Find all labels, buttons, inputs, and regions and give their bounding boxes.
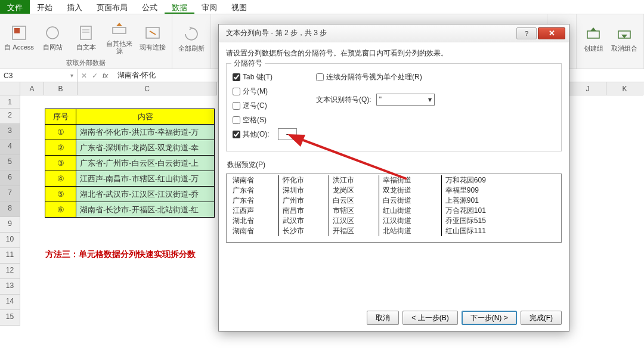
name-box[interactable]: C3 ▾ <box>0 69 78 82</box>
group-button[interactable]: 创建组 <box>580 24 606 52</box>
cancel-icon[interactable]: ✕ <box>81 72 87 80</box>
existing-conn-button[interactable]: 现有连接 <box>137 23 168 51</box>
text-qualifier-combo[interactable]: " ▾ <box>376 94 435 106</box>
row-3[interactable]: 3 <box>0 124 20 140</box>
cell[interactable]: 江西声-南昌市-市辖区-红山街道-万 <box>76 171 215 187</box>
other-delimiter-input[interactable] <box>278 128 297 140</box>
tab-view[interactable]: 视图 <box>224 0 254 14</box>
row-6[interactable]: 6 <box>0 171 20 186</box>
access-icon <box>10 23 29 42</box>
preview-cell: 北站街道 <box>379 226 442 236</box>
cell-seq[interactable]: ⑥ <box>45 202 76 218</box>
from-access-button[interactable]: 自 Access <box>4 23 35 51</box>
preview-cell: 江西声 <box>229 206 278 216</box>
comma-checkbox[interactable]: 逗号(C) <box>233 98 312 113</box>
ribbon-group-label: 获取外部数据 <box>66 58 106 67</box>
row-12[interactable]: 12 <box>0 264 20 279</box>
preview-label: 数据预览(P) <box>227 160 561 170</box>
cell[interactable]: 湖南省-长沙市-开福区-北站街道-红 <box>76 202 215 218</box>
semicolon-checkbox[interactable]: 分号(M) <box>233 84 312 98</box>
tab-insert[interactable]: 插入 <box>60 0 89 14</box>
preview-cell: 开福区 <box>329 226 379 236</box>
tab-formula[interactable]: 公式 <box>135 0 165 14</box>
enter-icon[interactable]: ✓ <box>92 72 98 80</box>
preview-pane[interactable]: 湖南省怀化市洪江市幸福街道万和花园609广东省深圳市龙岗区双龙街道幸福里909广… <box>226 174 562 243</box>
chevron-down-icon: ▾ <box>428 95 432 104</box>
row-10[interactable]: 10 <box>0 233 20 248</box>
cell-seq[interactable]: ④ <box>45 171 76 187</box>
preview-cell: 怀化市 <box>278 175 329 185</box>
cell[interactable]: 湖北省-武汉市-江汉区-江汉街道-乔 <box>76 187 215 202</box>
row-9[interactable]: 9 <box>0 217 20 233</box>
cell-seq[interactable]: ① <box>45 125 76 140</box>
next-button[interactable]: 下一步(N) > <box>462 311 517 325</box>
cell-seq[interactable]: ③ <box>45 156 76 171</box>
header-content[interactable]: 内容 <box>76 109 215 125</box>
row-1[interactable]: 1 <box>0 95 20 109</box>
preview-cell: 江汉区 <box>329 216 379 226</box>
cell[interactable]: 广东省-广州市-白云区-白云街道-上 <box>76 156 215 171</box>
row-13[interactable]: 13 <box>0 279 20 295</box>
preview-cell: 南昌市 <box>278 206 329 216</box>
cell-seq[interactable]: ⑤ <box>45 187 76 202</box>
preview-cell: 深圳市 <box>278 185 329 196</box>
formula-input[interactable]: 湖南省-怀化 <box>112 70 156 80</box>
dialog-title: 文本分列向导 - 第 2 步，共 3 步 <box>222 28 515 38</box>
finish-button[interactable]: 完成(F) <box>521 311 562 325</box>
preview-cell: 湖南省 <box>229 175 278 185</box>
cell[interactable]: 湖南省-怀化市-洪江市-幸福街道-万 <box>76 125 215 140</box>
row-7[interactable]: 7 <box>0 186 20 202</box>
tab-file[interactable]: 文件 <box>0 0 30 14</box>
refresh-all-button[interactable]: 全部刷新 <box>176 24 207 52</box>
tab-home[interactable]: 开始 <box>30 0 60 14</box>
col-K[interactable]: K <box>606 82 643 95</box>
tab-review[interactable]: 审阅 <box>194 0 224 14</box>
svg-rect-6 <box>113 27 126 33</box>
row-8[interactable]: 8 <box>0 202 20 217</box>
tab-checkbox[interactable]: Tab 键(T) <box>233 70 312 84</box>
svg-rect-3 <box>80 26 91 39</box>
from-text-button[interactable]: 自文本 <box>70 23 101 51</box>
cell[interactable]: 广东省-深圳市-龙岗区-双龙街道-幸 <box>76 140 215 156</box>
row-15[interactable]: 15 <box>0 310 20 326</box>
name-box-value: C3 <box>4 72 13 80</box>
preview-cell: 湖南省 <box>229 226 278 236</box>
select-all-corner[interactable] <box>0 82 20 95</box>
preview-cell: 白云区 <box>329 196 379 206</box>
data-table: 序号 内容 ①湖南省-怀化市-洪江市-幸福街道-万 ②广东省-深圳市-龙岗区-双… <box>45 109 215 218</box>
preview-cell: 江汉街道 <box>379 216 442 226</box>
header-seq[interactable]: 序号 <box>45 109 76 125</box>
fx-icon[interactable]: fx <box>103 72 108 80</box>
preview-cell: 乔亚国际515 <box>441 216 559 226</box>
other-checkbox[interactable]: 其他(O): <box>233 127 312 141</box>
space-checkbox[interactable]: 空格(S) <box>233 113 312 127</box>
cancel-button[interactable]: 取消 <box>367 311 399 325</box>
from-other-button[interactable]: 自其他来源 <box>104 20 135 54</box>
row-5[interactable]: 5 <box>0 155 20 171</box>
svg-line-8 <box>150 31 156 35</box>
preview-cell: 红山街道 <box>379 206 442 216</box>
tab-data[interactable]: 数据 <box>165 0 194 14</box>
tab-layout[interactable]: 页面布局 <box>89 0 135 14</box>
col-A[interactable]: A <box>20 82 44 95</box>
delimiter-fieldset: 分隔符号 Tab 键(T) 分号(M) 逗号(C) 空格(S) 其他(O): 连… <box>226 63 562 151</box>
col-C[interactable]: C <box>78 82 217 95</box>
col-J[interactable]: J <box>569 82 606 95</box>
formula-controls: ✕ ✓ fx <box>78 69 112 82</box>
consecutive-checkbox[interactable]: 连续分隔符号视为单个处理(R) <box>316 70 555 84</box>
row-4[interactable]: 4 <box>0 140 20 155</box>
col-B[interactable]: B <box>44 82 78 95</box>
preview-cell: 红山国际111 <box>441 226 559 236</box>
dialog-titlebar[interactable]: 文本分列向导 - 第 2 步，共 3 步 ? ✕ <box>219 24 569 42</box>
preview-cell: 万合花园101 <box>441 206 559 216</box>
row-2[interactable]: 2 <box>0 109 20 124</box>
from-web-button[interactable]: 自网站 <box>37 23 68 51</box>
ungroup-button[interactable]: 取消组合 <box>609 24 640 52</box>
back-button[interactable]: < 上一步(B) <box>402 311 457 325</box>
preview-cell: 上善源901 <box>441 196 559 206</box>
row-11[interactable]: 11 <box>0 248 20 264</box>
help-button[interactable]: ? <box>516 27 537 39</box>
row-14[interactable]: 14 <box>0 295 20 310</box>
cell-seq[interactable]: ② <box>45 140 76 156</box>
close-button[interactable]: ✕ <box>538 27 565 39</box>
